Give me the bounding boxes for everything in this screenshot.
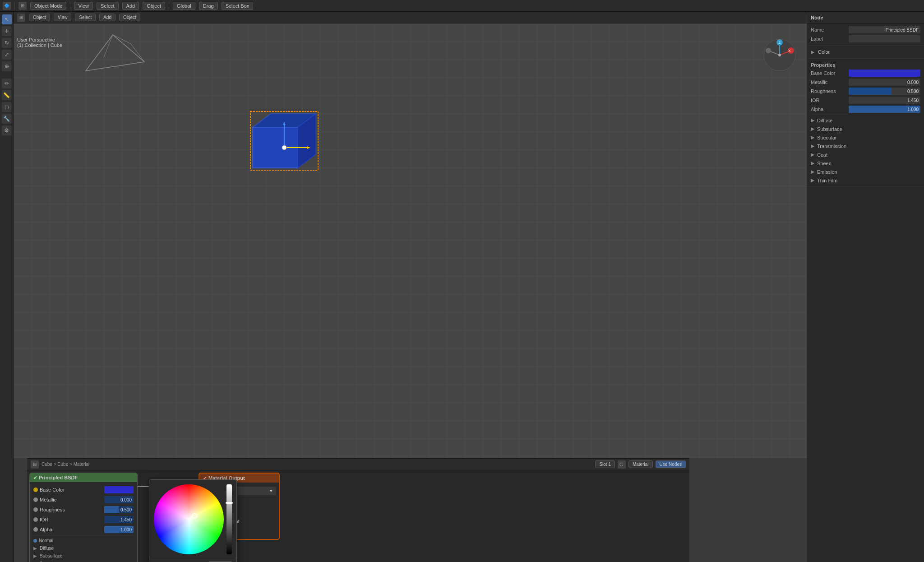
bsdf-alpha-row: Alpha 1.000 [30, 525, 137, 534]
viewport-object-mode[interactable]: Object [29, 14, 50, 21]
bsdf-node-body: Base Color Metallic 0.000 Rough [30, 482, 137, 562]
use-nodes-btn[interactable]: Use Nodes [656, 460, 686, 468]
svg-marker-1 [113, 35, 144, 62]
prop-emission-row[interactable]: ▶ Emission [811, 167, 920, 176]
sidebar-icon-measure[interactable]: 📏 [2, 90, 12, 100]
sidebar-icon-misc[interactable]: ⚙ [2, 125, 12, 135]
metallic-socket [33, 497, 38, 502]
prop-coat-label: Coat [817, 152, 827, 158]
node-name-section: Name Principled BSDF Label [807, 23, 924, 46]
prop-roughness-bar[interactable]: 0.500 [849, 88, 920, 95]
brightness-slider[interactable] [226, 484, 232, 554]
sidebar-icon-rotate[interactable]: ↻ [2, 38, 12, 48]
name-row: Name Principled BSDF [811, 25, 920, 34]
viewport-add-menu[interactable]: Add [99, 14, 116, 21]
blender-logo-icon: 🔷 [3, 2, 11, 10]
color-wheel[interactable] [154, 484, 224, 554]
label-value[interactable] [849, 35, 920, 42]
bsdf-diffuse-row[interactable]: ▶ Diffuse [30, 544, 137, 552]
viewport-select-menu[interactable]: Select [75, 14, 96, 21]
ior-label: IOR [40, 517, 102, 522]
roughness-bar[interactable]: 0.500 [104, 506, 134, 513]
roughness-socket [33, 507, 38, 512]
prop-specular-label: Specular [817, 135, 836, 140]
node-content: ✔ Principled BSDF Base Color Metallic [27, 470, 689, 562]
mode-icon: ⊞ [18, 2, 27, 10]
sidebar-icon-transform[interactable]: ⊕ [2, 61, 12, 71]
sidebar-icon-annotate[interactable]: ✏ [2, 79, 12, 88]
add-menu[interactable]: Add [122, 2, 139, 10]
svg-point-21 [778, 54, 781, 56]
svg-line-2 [104, 35, 113, 57]
separator [811, 115, 920, 115]
brightness-handle[interactable] [226, 502, 233, 504]
orientation-selector[interactable]: Global [173, 2, 195, 10]
base-color-swatch[interactable] [104, 486, 134, 493]
prop-subsurface-row[interactable]: ▶ Subsurface [811, 125, 920, 133]
node-editor-mode-icon[interactable]: ⊞ [31, 460, 39, 469]
right-panel-title: Node [811, 15, 823, 20]
svg-point-11 [282, 145, 286, 150]
slot-selector[interactable]: Slot 1 [595, 460, 615, 468]
metallic-bar[interactable]: 0.000 [104, 496, 134, 503]
prop-sheen-row[interactable]: ▶ Sheen [811, 159, 920, 167]
node-editor-area[interactable]: ⊞ Cube > Cube > Material Slot 1 ⬡ Materi… [27, 458, 689, 562]
chevron-down-icon: ▾ [270, 488, 273, 494]
prop-specular-row[interactable]: ▶ Specular [811, 133, 920, 142]
normal-label: Normal [39, 538, 53, 543]
right-panel-header: Node [807, 12, 924, 23]
label-row: Label [811, 34, 920, 43]
prop-transmission-row[interactable]: ▶ Transmission [811, 142, 920, 150]
select-menu[interactable]: Select [97, 2, 119, 10]
bsdf-specular-row[interactable]: ▶ Specular [30, 560, 137, 562]
scene-area[interactable]: User Perspective (1) Collection | Cube [14, 23, 807, 458]
sidebar-icon-cursor[interactable]: ↖ [2, 14, 12, 24]
alpha-bar[interactable]: 1.000 [104, 526, 134, 533]
drag-selector[interactable]: Drag [199, 2, 218, 10]
view-menu[interactable]: View [74, 2, 93, 10]
name-value[interactable]: Principled BSDF [849, 26, 920, 33]
prop-diffuse-row[interactable]: ▶ Diffuse [811, 116, 920, 125]
name-label: Name [811, 27, 847, 33]
color-cursor[interactable] [192, 513, 197, 519]
prop-thin-film-row[interactable]: ▶ Thin Film [811, 176, 920, 185]
node-icon[interactable]: ⬡ [618, 460, 626, 469]
sidebar-icon-object[interactable]: ◻ [2, 102, 12, 112]
svg-marker-0 [86, 35, 144, 71]
sidebar-icon-scale[interactable]: ⤢ [2, 50, 12, 60]
prop-ior-bar[interactable]: 1.450 [849, 97, 920, 104]
bsdf-subsurface-row[interactable]: ▶ Subsurface [30, 552, 137, 560]
viewport-view-menu[interactable]: View [54, 14, 72, 21]
prop-ior-row: IOR 1.450 [811, 96, 920, 105]
node-editor-toolbar: ⊞ Cube > Cube > Material Slot 1 ⬡ Materi… [27, 459, 689, 470]
viewport-topbar: ⊞ Object View Select Add Object [14, 12, 807, 23]
sidebar-icon-move[interactable]: ✛ [2, 26, 12, 36]
prop-roughness-row: Roughness 0.500 [811, 87, 920, 96]
material-selector[interactable]: Material [628, 460, 653, 468]
select-box-selector[interactable]: Select Box [222, 2, 254, 10]
bsdf-ior-row: IOR 1.450 [30, 515, 137, 525]
right-panel: Node Name Principled BSDF Label ▶ Color … [807, 12, 924, 562]
prop-base-color-row: Base Color [811, 69, 920, 78]
svg-text:Z: Z [779, 41, 781, 45]
prop-base-color-swatch[interactable] [849, 70, 920, 77]
mode-selector[interactable]: Object Mode [30, 2, 66, 10]
main-viewport[interactable]: ⊞ Object View Select Add Object User Per… [14, 12, 807, 562]
viewport-mode-icon[interactable]: ⊞ [17, 14, 25, 22]
object-menu[interactable]: Object [143, 2, 165, 10]
prop-emission-label: Emission [817, 169, 837, 175]
cube-label1: Cube [42, 462, 52, 467]
prop-alpha-bar[interactable]: 1.000 [849, 106, 920, 113]
color-row[interactable]: ▶ Color [811, 47, 920, 56]
properties-title: Properties [811, 60, 920, 69]
navigation-gizmo[interactable]: X Z [762, 37, 798, 73]
ior-bar[interactable]: 1.450 [104, 516, 134, 523]
sidebar-icon-add[interactable]: 🔧 [2, 114, 12, 124]
prop-metallic-bar[interactable]: 0.000 [849, 79, 920, 86]
prop-coat-row[interactable]: ▶ Coat [811, 150, 920, 159]
subsurface-label: Subsurface [40, 553, 63, 558]
prop-subsurface-label: Subsurface [817, 126, 842, 132]
viewport-object-menu[interactable]: Object [119, 14, 140, 21]
label-label: Label [811, 36, 847, 42]
color-wheel-wrapper [154, 484, 224, 554]
